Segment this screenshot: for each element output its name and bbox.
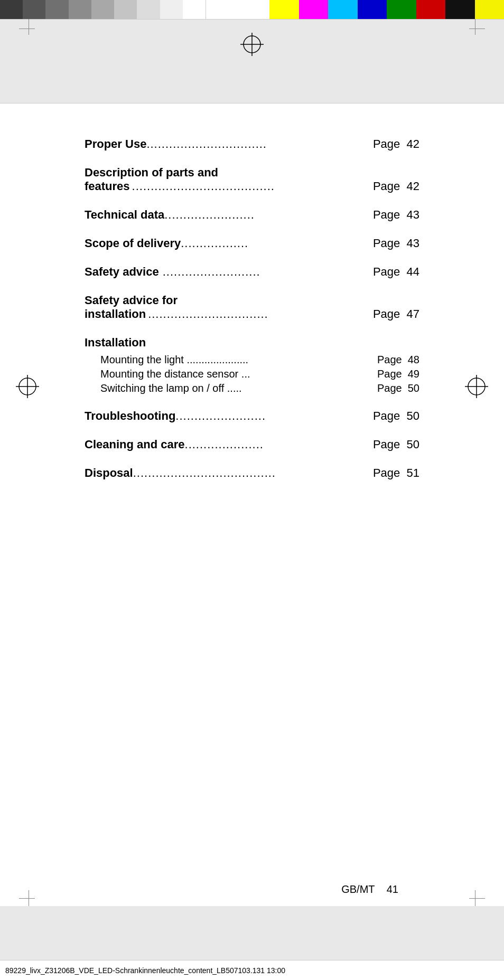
install-sub-page: Page 49 <box>377 368 419 380</box>
color-swatch <box>416 0 446 19</box>
toc-title: Scope of delivery <box>85 237 181 250</box>
color-swatch <box>91 0 114 19</box>
toc-multiline-row2: features ...............................… <box>85 180 419 193</box>
toc-dots: ................................ <box>148 307 370 321</box>
page-number-area: GB/MT 41 <box>0 883 504 896</box>
toc-title: Technical data <box>85 208 164 222</box>
installation-title-row: Installation <box>85 336 419 350</box>
toc-dots: ........................ <box>164 208 370 222</box>
color-swatch <box>387 0 416 19</box>
install-sub-title: Mounting the distance sensor ... <box>100 368 250 380</box>
page-number: 41 <box>387 883 398 896</box>
toc-title: Disposal <box>85 466 133 480</box>
toc-dots: ................................ <box>146 137 370 151</box>
toc-multiline-row: Description of parts and <box>85 166 419 180</box>
color-swatch <box>23 0 45 19</box>
color-swatch <box>299 0 329 19</box>
toc-page: Page 51 <box>373 466 419 480</box>
toc-page: Page 43 <box>373 208 419 222</box>
color-swatch <box>269 0 299 19</box>
color-bar-left <box>0 0 206 19</box>
toc-title-line1: Safety advice for <box>85 294 178 307</box>
trim-mark <box>29 19 29 35</box>
filename-text: 89229_livx_Z31206B_VDE_LED-Schrankinnenl… <box>5 966 285 975</box>
installation-title: Installation <box>85 336 146 349</box>
locale-label: GB/MT <box>341 883 375 896</box>
toc-dots: ..................... <box>185 438 370 451</box>
color-swatch <box>45 0 68 19</box>
toc-dots: ........................ <box>175 409 370 423</box>
toc-page: Page 47 <box>373 307 419 321</box>
color-bar-gap <box>206 0 269 19</box>
color-swatch <box>160 0 183 19</box>
toc-page: Page 50 <box>373 438 419 451</box>
toc-multiline-row: Safety advice for <box>85 294 419 307</box>
install-sub-mounting-light: Mounting the light .....................… <box>100 354 419 366</box>
color-swatch <box>183 0 206 19</box>
crosshair-top <box>240 33 264 56</box>
toc-title: Troubleshooting <box>85 409 175 423</box>
color-swatch <box>445 0 475 19</box>
toc-dots: .................. <box>181 237 370 250</box>
color-bar-right <box>269 0 504 19</box>
toc-title: Cleaning and care <box>85 438 185 451</box>
toc-title-line2: installation <box>85 307 146 321</box>
color-swatch <box>328 0 358 19</box>
toc-entry-installation: Installation Mounting the light ........… <box>85 336 419 394</box>
toc-entry-proper-use: Proper Use .............................… <box>85 137 419 151</box>
filename-bar: 89229_livx_Z31206B_VDE_LED-Schrankinnenl… <box>0 960 504 980</box>
trim-mark <box>469 29 485 29</box>
toc-page: Page 42 <box>373 180 419 193</box>
toc-dots: .......................... <box>159 265 370 279</box>
color-swatch <box>114 0 137 19</box>
toc-entry-description: Description of parts and features ......… <box>85 166 419 193</box>
header-band <box>0 19 504 103</box>
install-sub-page: Page 48 <box>377 354 419 366</box>
toc-page: Page 50 <box>373 409 419 423</box>
toc-entry-troubleshooting: Troubleshooting ........................… <box>85 409 419 423</box>
toc-page: Page 44 <box>373 265 419 279</box>
install-sub-page: Page 50 <box>377 382 419 394</box>
toc-entry-scope: Scope of delivery .................. Pag… <box>85 237 419 250</box>
toc-page: Page 42 <box>373 137 419 151</box>
toc-entry-disposal: Disposal ...............................… <box>85 466 419 480</box>
toc-content: Proper Use .............................… <box>0 127 504 874</box>
toc-title: Proper Use <box>85 137 146 151</box>
toc-entry-cleaning: Cleaning and care ..................... … <box>85 438 419 451</box>
toc-entry-safety-installation: Safety advice for installation .........… <box>85 294 419 321</box>
toc-title: Safety advice <box>85 265 159 279</box>
install-sub-title: Switching the lamp on / off ..... <box>100 382 242 394</box>
toc-entry-safety-advice: Safety advice ..........................… <box>85 265 419 279</box>
color-bar <box>0 0 504 19</box>
install-sub-mounting-sensor: Mounting the distance sensor ... Page 49 <box>100 368 419 380</box>
trim-mark <box>469 898 485 899</box>
color-swatch <box>69 0 91 19</box>
toc-page: Page 43 <box>373 237 419 250</box>
color-swatch <box>0 0 23 19</box>
trim-mark <box>19 29 35 29</box>
toc-entry-technical-data: Technical data ........................ … <box>85 208 419 222</box>
trim-mark <box>19 898 35 899</box>
toc-multiline-row2: installation ...........................… <box>85 307 419 321</box>
color-swatch <box>475 0 505 19</box>
toc-title-line1: Description of parts and <box>85 166 218 180</box>
color-swatch <box>137 0 160 19</box>
toc-dots: ...................................... <box>133 466 370 480</box>
install-sub-switching-lamp: Switching the lamp on / off ..... Page 5… <box>100 382 419 394</box>
color-swatch <box>358 0 387 19</box>
toc-title-line2: features <box>85 180 130 193</box>
toc-dots: ...................................... <box>132 180 370 193</box>
trim-mark <box>475 19 475 35</box>
install-sub-title: Mounting the light ..................... <box>100 354 248 366</box>
